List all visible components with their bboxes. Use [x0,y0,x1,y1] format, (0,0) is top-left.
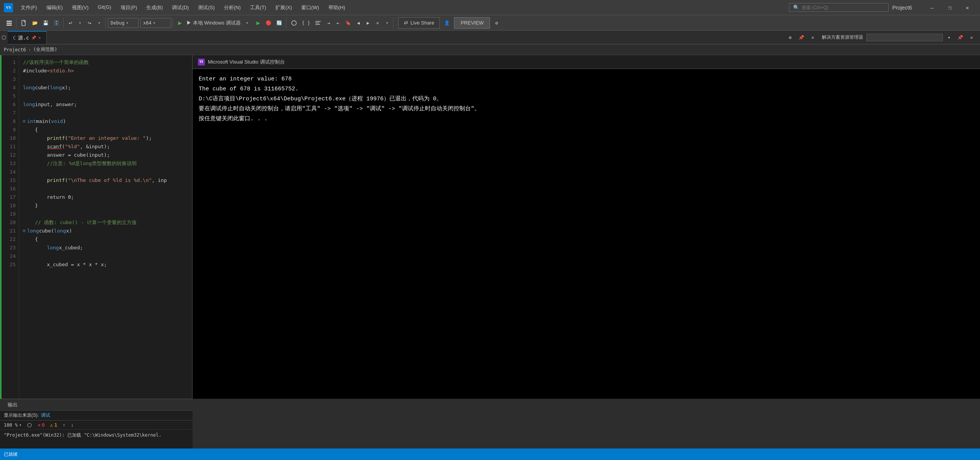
console-line-1: Enter an integer value: 678 [199,74,974,84]
close-button[interactable]: ✕ [959,0,976,15]
tab-container: C 源.c 📌 ✕ ⚙ 📌 ✕ 解决方案资源管理器 ▾ 📌 ✕ [0,31,980,44]
code-editor: 1 2 3 4 5 6 7 8 9 10 11 12 13 14 15 16 1… [0,55,193,399]
save-all-button[interactable]: 🗄️ [51,18,62,28]
stop-debug-button[interactable]: 🔴 [263,18,274,28]
toolbar-generic-icon[interactable] [4,18,15,28]
clear-bookmark-button[interactable]: ✕ [373,18,382,28]
open-file-button[interactable]: 📂 [30,18,40,28]
svg-rect-6 [315,23,319,23]
status-counts-bar: 100 % ▾ ✕ 0 ⚠ 1 ↑ ↓ [0,421,193,430]
restart-button[interactable]: 🔄 [274,18,284,28]
status-bar: 已就绪 [0,449,980,460]
menu-test[interactable]: 测试(S) [193,3,219,13]
comment-button[interactable] [313,18,323,28]
solution-panel-expand-button[interactable]: ▾ [944,32,954,43]
menu-bar: 文件(F) 编辑(E) 视图(V) Git(G) 项目(P) 生成(B) 调试(… [16,3,789,13]
svg-rect-2 [7,25,12,26]
menu-debug[interactable]: 调试(D) [167,3,193,13]
panel-settings-icon[interactable]: ⚙ [786,32,795,43]
code-line-22: { [23,235,188,244]
start-debug-button[interactable]: ▶ [175,18,185,28]
redo-dropdown-button[interactable]: ▾ [95,18,104,28]
solution-panel-pin-button[interactable]: 📌 [955,32,965,43]
search-bar[interactable]: 🔍 [789,3,889,12]
minimize-button[interactable]: — [923,0,941,15]
run-dropdown-button[interactable]: ▾ [243,18,252,28]
toolbar-undo-group: ↩ ▾ ↪ ▾ [64,18,106,28]
code-line-1: //该程序演示一个简单的函数 [23,58,188,67]
menu-extensions[interactable]: 扩展(X) [271,3,296,13]
window-title: Project6 [892,5,912,11]
error-count[interactable]: ✕ 0 [38,422,45,428]
undo-button[interactable]: ↩ [66,18,75,28]
outdent-button[interactable]: ⇤ [333,18,343,28]
output-tab[interactable]: 输出 [4,400,21,409]
settings-icon[interactable]: ⚙️ [492,18,501,28]
solution-search-input[interactable] [869,35,930,40]
menu-help[interactable]: 帮助(H) [324,3,350,13]
menu-window[interactable]: 窗口(W) [297,3,324,13]
title-bar-right: Project6 — ❐ ✕ [892,0,976,15]
main-toolbar: 📂 💾 🗄️ ↩ ▾ ↪ ▾ Debug ▾ x64 ▾ ▶ ▶ 本地 Wind… [0,15,980,31]
redo-button[interactable]: ↪ [85,18,94,28]
scroll-indicator-down[interactable]: ↓ [71,422,74,428]
menu-analyze[interactable]: 分析(N) [219,3,245,13]
account-button[interactable]: 👤 [442,18,452,28]
error-icon: ✕ [38,422,41,428]
panel-close-icon[interactable]: ✕ [808,32,817,43]
breadcrumb-bar: Project6 › (全局范围) [0,44,980,55]
next-bookmark-button[interactable]: ▶ [363,18,372,28]
prev-bookmark-button[interactable]: ◀ [354,18,363,28]
more-button[interactable]: ▾ [382,18,392,28]
breakpoint-button[interactable] [289,18,299,28]
menu-project[interactable]: 项目(P) [116,3,142,13]
toolbar-liveshare-group: ⇄ Live Share 👤 PREVIEW ⚙️ [394,17,503,29]
code-line-21: ⊟long cube(long x) [23,227,188,235]
menu-edit[interactable]: 编辑(E) [42,3,67,13]
line-num-13: 13 [2,159,16,168]
console-output[interactable]: Enter an integer value: 678 The cube of … [193,69,980,399]
left-margin-icon [0,31,8,44]
start-without-debug-button[interactable]: ▶ [254,18,263,28]
indent-button[interactable]: ⇥ [324,18,333,28]
solution-search-bar[interactable] [866,34,943,41]
console-title-bar: VS Microsoft Visual Studio 调试控制台 [193,55,980,69]
search-input[interactable] [802,5,871,10]
toolbar-run-group: ▶ ▶ 本地 Windows 调试器 ▾ ▶ 🔴 🔄 [174,18,286,28]
debug-config-dropdown[interactable]: Debug ▾ [108,18,139,28]
menu-build[interactable]: 生成(B) [142,3,167,13]
line-num-21: 21 [2,227,16,235]
menu-view[interactable]: 视图(V) [67,3,93,13]
save-button[interactable]: 💾 [41,18,51,28]
liveshare-button[interactable]: ⇄ Live Share [398,17,440,29]
window-controls: — ❐ ✕ [923,0,976,15]
menu-git[interactable]: Git(G) [93,3,116,13]
zoom-dropdown-icon: ▾ [19,423,21,427]
liveshare-icon: ⇄ [404,20,408,26]
preview-button[interactable]: PREVIEW [454,17,490,29]
new-file-button[interactable] [19,18,29,28]
code-line-5 [23,92,188,100]
tab-filename: 源.c [18,34,29,41]
chevron-down-icon: ▾ [126,21,128,25]
zoom-indicator[interactable]: 100 % ▾ [4,422,21,428]
tab-close-button[interactable]: ✕ [38,35,41,40]
warning-count[interactable]: ⚠ 1 [50,422,57,428]
format-button[interactable]: { } [300,18,313,28]
debug-console-panel: VS Microsoft Visual Studio 调试控制台 Enter a… [193,55,980,399]
preview-label: PREVIEW [461,20,483,26]
scroll-indicator-up[interactable]: ↑ [62,422,65,428]
maximize-button[interactable]: ❐ [941,0,959,15]
panel-pin-icon[interactable]: 📌 [796,32,807,43]
console-line-5: D:\C语言项目\Project6\x64\Debug\Project6.exe… [199,94,974,104]
code-line-23: long x_cubed; [23,244,188,252]
platform-dropdown[interactable]: x64 ▾ [140,18,171,28]
solution-panel-close-button[interactable]: ✕ [967,32,976,43]
bookmark-button[interactable]: 🔖 [343,18,353,28]
undo-dropdown-button[interactable]: ▾ [75,18,85,28]
menu-tools[interactable]: 工具(T) [245,3,271,13]
source-tab[interactable]: C 源.c 📌 ✕ [8,31,47,44]
menu-file[interactable]: 文件(F) [16,3,42,13]
title-bar: VS 文件(F) 编辑(E) 视图(V) Git(G) 项目(P) 生成(B) … [0,0,980,15]
code-content[interactable]: //该程序演示一个简单的函数 #include <stdio.h> long c… [19,55,192,399]
